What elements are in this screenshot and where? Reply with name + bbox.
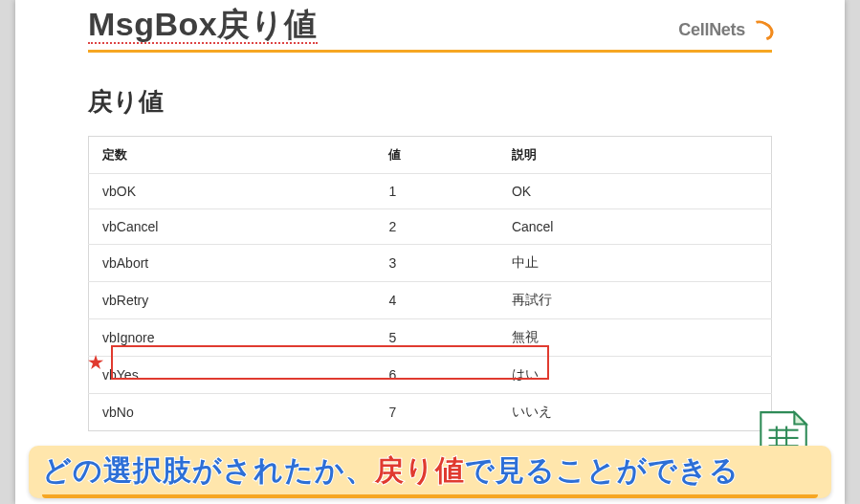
cell-value: 2 [375,208,498,244]
cell-value: 7 [375,393,498,430]
caption-bar: どの選択肢がされたか、戻り値で見ることができる [29,446,831,498]
table-row: vbIgnore 5 無視 [89,318,772,356]
title-row: MsgBox戻り値 CellNets [88,8,772,44]
slide-page: MsgBox戻り値 CellNets 戻り値 定数 値 説明 vbOK 1 OK [15,0,845,504]
content-area: MsgBox戻り値 CellNets 戻り値 定数 値 説明 vbOK 1 OK [15,0,845,431]
cell-const: vbAbort [89,244,376,281]
cell-desc: 中止 [498,244,772,281]
return-values-table: 定数 値 説明 vbOK 1 OK vbCancel 2 Cancel vbAb… [88,136,772,431]
cell-value: 3 [375,244,498,281]
cell-desc: Cancel [498,208,772,244]
cell-desc: いいえ [498,393,772,430]
table-row: vbCancel 2 Cancel [89,208,772,244]
section-heading: 戻り値 [88,85,772,119]
cell-const: vbRetry [89,281,376,318]
cell-const: vbYes [89,356,376,393]
cell-const: vbOK [89,173,376,208]
caption-text: どの選択肢がされたか、戻り値で見ることができる [42,451,818,491]
caption-part1: どの選択肢がされたか、 [42,454,375,486]
cell-value: 6 [375,356,498,393]
col-header-const: 定数 [89,136,376,173]
cell-value: 1 [375,173,498,208]
cell-desc: 再試行 [498,281,772,318]
brand-name: CellNets [678,20,745,40]
table-row: vbNo 7 いいえ [89,393,772,430]
swoosh-icon [747,19,772,40]
table-row: vbOK 1 OK [89,173,772,208]
caption-part2: 戻り値 [375,454,465,486]
table-row-highlighted: vbYes 6 はい [89,356,772,393]
caption-part3: で見ることができる [465,454,739,486]
table-row: vbRetry 4 再試行 [89,281,772,318]
cell-desc: はい [498,356,772,393]
table-body: vbOK 1 OK vbCancel 2 Cancel vbAbort 3 中止… [89,173,772,430]
star-icon: ★ [88,352,103,373]
cell-const: vbNo [89,393,376,430]
page-title: MsgBox戻り値 [88,8,318,44]
cell-const: vbIgnore [89,318,376,356]
title-underline [88,50,772,53]
cell-value: 5 [375,318,498,356]
col-header-desc: 説明 [498,136,772,173]
table-header-row: 定数 値 説明 [89,136,772,173]
col-header-value: 値 [375,136,498,173]
caption-underline [42,494,818,498]
cell-desc: 無視 [498,318,772,356]
cell-desc: OK [498,173,772,208]
cell-const: vbCancel [89,208,376,244]
cell-value: 4 [375,281,498,318]
svg-marker-1 [794,412,805,424]
table-row: vbAbort 3 中止 [89,244,772,281]
brand-logo: CellNets [678,19,772,44]
